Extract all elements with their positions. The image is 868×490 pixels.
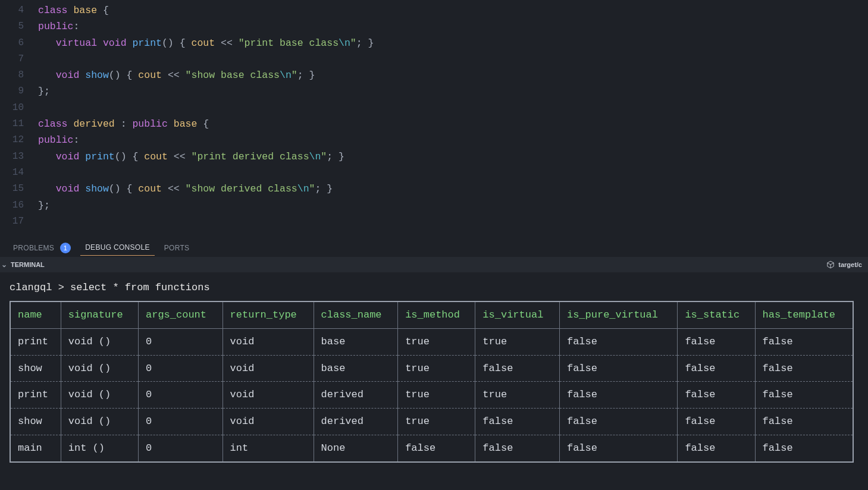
- table-cell: false: [559, 328, 677, 355]
- table-cell: base: [314, 355, 398, 382]
- table-cell: print: [10, 382, 61, 409]
- code-line[interactable]: class derived : public base {: [38, 116, 868, 132]
- code-line[interactable]: [38, 165, 868, 181]
- line-number: 15: [0, 181, 24, 197]
- table-cell: false: [755, 328, 853, 355]
- table-header-row: namesignatureargs_countreturn_typeclass_…: [10, 301, 853, 328]
- code-line[interactable]: void show() { cout << "show base class\n…: [38, 67, 868, 83]
- table-row: printvoid ()0voidbasetruetruefalsefalsef…: [10, 328, 853, 355]
- line-number-gutter: 4567891011121314151617: [0, 2, 38, 230]
- tab-debug-console-label: DEBUG CONSOLE: [85, 243, 150, 252]
- table-cell: None: [314, 435, 398, 461]
- table-row: mainint ()0intNonefalsefalsefalsefalsefa…: [10, 435, 853, 461]
- code-line[interactable]: [38, 213, 868, 230]
- table-cell: true: [398, 382, 475, 409]
- tab-ports-label: PORTS: [164, 244, 190, 252]
- problems-count-badge: 1: [60, 243, 71, 253]
- query-result-table: namesignatureargs_countreturn_typeclass_…: [10, 301, 854, 463]
- table-cell: int (): [61, 435, 138, 461]
- line-number: 4: [0, 2, 24, 18]
- table-cell: 0: [139, 409, 223, 435]
- line-number: 16: [0, 197, 24, 213]
- table-cell: false: [678, 382, 755, 409]
- line-number: 14: [0, 165, 24, 181]
- line-number: 12: [0, 132, 24, 148]
- table-cell: int: [223, 435, 314, 461]
- table-cell: show: [10, 409, 61, 435]
- code-line[interactable]: class base {: [38, 2, 868, 18]
- table-cell: void: [223, 382, 314, 409]
- panel-tab-bar: PROBLEMS 1 DEBUG CONSOLE PORTS: [0, 235, 868, 257]
- table-cell: void: [223, 409, 314, 435]
- table-cell: false: [559, 409, 677, 435]
- table-cell: false: [559, 355, 677, 382]
- tab-debug-console[interactable]: DEBUG CONSOLE: [80, 240, 155, 256]
- table-cell: void (): [61, 355, 138, 382]
- table-header-cell: is_virtual: [475, 301, 560, 328]
- table-cell: void (): [61, 409, 138, 435]
- tab-problems-label: PROBLEMS: [13, 244, 54, 252]
- table-cell: show: [10, 355, 61, 382]
- table-cell: print: [10, 328, 61, 355]
- table-cell: false: [398, 435, 475, 461]
- code-line[interactable]: void print() { cout << "print derived cl…: [38, 149, 868, 165]
- terminal-prompt-line: clangql > select * from functions: [10, 281, 860, 295]
- line-number: 7: [0, 51, 24, 67]
- table-cell: false: [755, 435, 853, 461]
- table-header-cell: class_name: [314, 301, 398, 328]
- chevron-down-icon[interactable]: ⌄: [1, 260, 7, 269]
- code-line[interactable]: [38, 100, 868, 116]
- table-cell: false: [475, 355, 560, 382]
- table-header-cell: has_template: [755, 301, 853, 328]
- table-cell: true: [398, 328, 475, 355]
- table-cell: 0: [139, 435, 223, 461]
- terminal-task-indicator[interactable]: target/c: [826, 260, 862, 269]
- code-content[interactable]: class base {public: virtual void print()…: [38, 2, 868, 230]
- table-cell: 0: [139, 382, 223, 409]
- table-row: printvoid ()0voidderivedtruetruefalsefal…: [10, 382, 853, 409]
- code-line[interactable]: public:: [38, 18, 868, 34]
- table-cell: false: [755, 382, 853, 409]
- table-header-cell: args_count: [139, 301, 223, 328]
- code-line[interactable]: };: [38, 197, 868, 213]
- code-line[interactable]: };: [38, 83, 868, 99]
- line-number: 13: [0, 149, 24, 165]
- code-line[interactable]: [38, 51, 868, 67]
- table-cell: true: [398, 409, 475, 435]
- table-cell: false: [678, 355, 755, 382]
- table-cell: false: [559, 382, 677, 409]
- line-number: 11: [0, 116, 24, 132]
- table-cell: base: [314, 328, 398, 355]
- code-line[interactable]: public:: [38, 132, 868, 148]
- table-body: printvoid ()0voidbasetruetruefalsefalsef…: [10, 328, 853, 461]
- table-header-cell: return_type: [223, 301, 314, 328]
- table-cell: void (): [61, 382, 138, 409]
- table-cell: true: [475, 382, 560, 409]
- code-line[interactable]: virtual void print() { cout << "print ba…: [38, 35, 868, 51]
- table-cell: true: [398, 355, 475, 382]
- terminal-task-label: target/c: [838, 261, 862, 268]
- table-cell: void: [223, 355, 314, 382]
- tab-ports[interactable]: PORTS: [159, 240, 195, 256]
- table-cell: derived: [314, 382, 398, 409]
- terminal-body[interactable]: clangql > select * from functions namesi…: [0, 272, 868, 490]
- code-editor[interactable]: 4567891011121314151617 class base {publi…: [0, 0, 868, 235]
- table-cell: false: [678, 328, 755, 355]
- line-number: 17: [0, 213, 24, 230]
- terminal-header: ⌄ TERMINAL target/c: [0, 257, 868, 272]
- terminal-title: TERMINAL: [11, 261, 45, 268]
- table-cell: derived: [314, 409, 398, 435]
- table-cell: false: [755, 355, 853, 382]
- table-cell: false: [755, 409, 853, 435]
- table-cell: false: [678, 409, 755, 435]
- table-header-cell: is_method: [398, 301, 475, 328]
- code-line[interactable]: void show() { cout << "show derived clas…: [38, 181, 868, 197]
- prompt-command: select * from functions: [70, 282, 210, 293]
- line-number: 5: [0, 18, 24, 34]
- table-cell: true: [475, 328, 560, 355]
- table-cell: 0: [139, 328, 223, 355]
- prompt-app: clangql: [10, 282, 52, 293]
- table-row: showvoid ()0voidbasetruefalsefalsefalsef…: [10, 355, 853, 382]
- tab-problems[interactable]: PROBLEMS 1: [8, 239, 76, 257]
- table-header-cell: name: [10, 301, 61, 328]
